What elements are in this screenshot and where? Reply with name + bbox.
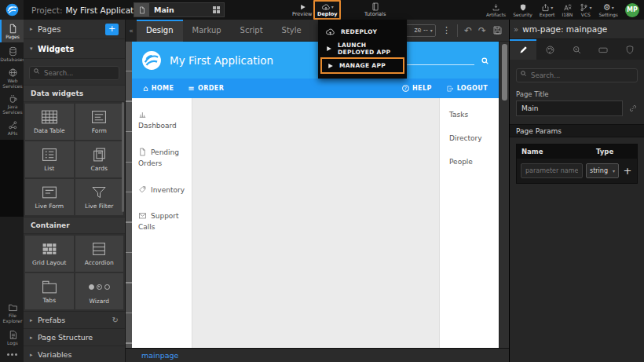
vcs-button[interactable]: ▾ VCS (580, 0, 591, 20)
search-icon[interactable] (481, 57, 489, 65)
app-side-directory[interactable]: Directory (449, 134, 499, 142)
search-icon (33, 68, 40, 75)
sidebar-item-java-services[interactable]: Java Services (0, 91, 24, 117)
sidebar-item-file-explorer[interactable]: File Explorer (0, 300, 24, 326)
tab-design[interactable]: Design (137, 20, 183, 42)
app-nav-order[interactable]: ≡ ORDER (188, 84, 224, 93)
collapse-left-panel-icon[interactable]: « (126, 20, 137, 42)
scrollbar-thumb[interactable] (502, 44, 507, 101)
app-menu-dashboard[interactable]: Dashboard (138, 109, 185, 132)
sidebar-item-pages[interactable]: Pages (0, 20, 24, 42)
param-type-select[interactable]: string ▾ (586, 163, 619, 178)
redo-icon[interactable]: ↷ (478, 26, 486, 35)
tab-script[interactable]: Script (231, 20, 273, 42)
page-dashboard-icon[interactable] (213, 6, 220, 13)
sidebar-item-apis[interactable]: APIs (0, 117, 24, 140)
i18n-button[interactable]: I18N (562, 0, 573, 20)
bind-link-icon[interactable] (628, 104, 638, 113)
kebab-menu-icon[interactable]: ⋮ (442, 25, 451, 35)
tab-markup[interactable]: Markup (183, 20, 231, 42)
deploy-button[interactable]: ▾ Deploy (313, 0, 341, 20)
sidebar-item-databases[interactable]: Databases (0, 42, 24, 65)
app-menu-support-calls[interactable]: Support Calls (138, 210, 185, 233)
sidebar-item-web-services[interactable]: Web Services (0, 65, 24, 91)
user-avatar[interactable]: MP (625, 3, 639, 17)
play-icon (325, 45, 332, 53)
menu-item-manage-app[interactable]: MANAGE APP (320, 57, 404, 74)
menu-item-redeploy[interactable]: REDEPLOY (318, 24, 407, 40)
undo-icon[interactable]: ↶ (464, 26, 472, 35)
app-side-people[interactable]: People (449, 158, 499, 166)
left-rail: Pages Databases Web Services Java Servic… (0, 20, 24, 362)
page-title-input[interactable] (516, 101, 623, 116)
app-nav-logout[interactable]: LOGOUT (446, 85, 488, 93)
preview-button[interactable]: Preview (292, 0, 312, 20)
widgets-section-header[interactable]: ▾ Widgets (24, 39, 125, 59)
refresh-icon[interactable]: ↻ (112, 316, 119, 324)
chevron-down-icon: ▾ (331, 4, 334, 9)
wizard-icon (89, 278, 110, 295)
save-icon[interactable] (492, 25, 503, 35)
widget-tile-live-form[interactable]: Live Form (25, 179, 74, 215)
menu-item-launch-deployed-app[interactable]: LAUNCH DEPLOYED APP (318, 40, 407, 57)
app-nav-home[interactable]: ⌂ HOME (143, 84, 174, 93)
palette-scrollbar[interactable] (122, 102, 124, 212)
translate-icon (562, 3, 572, 12)
prefabs-section-header[interactable]: ▸ Prefabs ↻ (24, 311, 125, 328)
page-selector[interactable]: Main (134, 2, 225, 17)
widget-tile-wizard[interactable]: Wizard (75, 273, 124, 309)
app-content-area[interactable] (192, 98, 439, 348)
app-title[interactable]: My First Application (170, 54, 273, 67)
widget-tile-tabs[interactable]: Tabs (25, 273, 74, 309)
tutorials-button[interactable]: Tutorials (364, 0, 386, 20)
properties-search-input[interactable] (516, 68, 638, 82)
tab-properties[interactable] (510, 39, 536, 60)
list-icon (40, 147, 59, 163)
settings-button[interactable]: ⚙ ▾ Settings (598, 0, 618, 20)
variables-section-header[interactable]: ▸ Variables (24, 346, 125, 362)
tutorials-icon (371, 2, 379, 11)
tab-events[interactable] (563, 39, 590, 60)
tab-security[interactable] (617, 39, 643, 60)
help-icon: ? (402, 85, 409, 92)
tab-device[interactable] (590, 39, 617, 60)
pages-section-header[interactable]: ▸ Pages + (24, 20, 125, 39)
wavemaker-logo-icon[interactable] (0, 0, 24, 20)
widget-tile-form[interactable]: Form (75, 104, 124, 140)
artifacts-button[interactable]: Artifacts (486, 0, 506, 20)
page-selector-value: Main (149, 5, 213, 14)
app-header-widget[interactable]: My First Application (132, 42, 499, 79)
page-params-header: Page Params (510, 124, 644, 137)
tab-styles[interactable] (536, 39, 563, 60)
more-options-icon[interactable] (0, 349, 24, 362)
widget-tile-data-table[interactable]: Data Table (25, 104, 74, 140)
widget-tile-live-filter[interactable]: Live Filter (75, 179, 124, 215)
expand-right-panel-icon[interactable]: » (514, 25, 518, 34)
page-structure-section-header[interactable]: ▸ Page Structure (24, 328, 125, 346)
canvas-scrollbar[interactable] (499, 42, 509, 348)
properties-panel: » wm-page: mainpage Page Title (509, 20, 644, 362)
pencil-icon (518, 45, 529, 55)
sidebar-item-logs[interactable]: Logs (0, 326, 24, 349)
chevron-down-icon: ▾ (430, 27, 433, 33)
tab-style[interactable]: Style (273, 20, 311, 42)
security-button[interactable]: Security (513, 0, 532, 20)
app-menu-pending-orders[interactable]: Pending Orders (138, 147, 185, 170)
add-page-button[interactable]: + (105, 24, 119, 35)
param-name-input[interactable] (521, 163, 583, 178)
app-side-tasks[interactable]: Tasks (449, 111, 499, 119)
widget-tile-cards[interactable]: Cards (75, 141, 124, 177)
app-nav-help[interactable]: ? HELP (402, 85, 432, 92)
add-param-button[interactable]: + (622, 165, 633, 177)
widget-tile-accordion[interactable]: Accordion (75, 236, 124, 272)
breadcrumb[interactable]: mainpage (141, 351, 178, 360)
widget-tile-list[interactable]: List (25, 141, 74, 177)
coffee-cup-icon (8, 93, 18, 104)
app-menu-inventory[interactable]: Inventory (138, 185, 185, 196)
pages-icon (8, 24, 18, 34)
app-preview: My First Application ⌂ HOME ≡ (132, 42, 499, 348)
widget-tile-grid-layout[interactable]: Grid Layout (25, 236, 74, 272)
export-button[interactable]: ▾ Export (540, 0, 555, 20)
list-icon: ≡ (188, 84, 195, 93)
widget-search-input[interactable] (29, 66, 119, 80)
